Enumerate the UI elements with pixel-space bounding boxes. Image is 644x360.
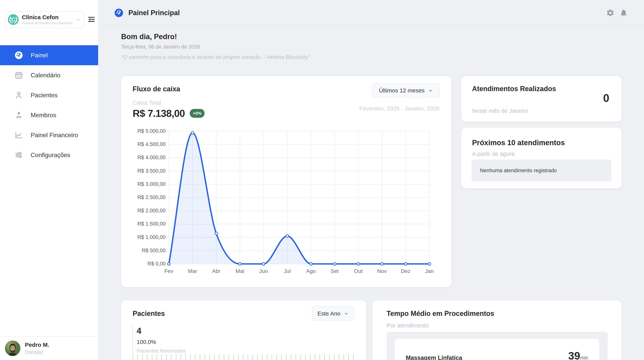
x-tick-label: Mar	[179, 268, 206, 274]
x-tick-label: Set	[321, 268, 348, 274]
appointments-card: Atendimentos Realizados 0 Neste mês de J…	[461, 76, 622, 122]
doctor-icon	[14, 111, 24, 120]
y-tick-label: R$ 1.000,00	[131, 234, 166, 240]
sidebar-nav: Painel Calendário	[0, 45, 98, 165]
patients-caption: Pacientes Retornados	[137, 348, 186, 354]
sidebar-item-label: Painel Financeiro	[31, 132, 78, 139]
x-tick-label: Abr	[203, 268, 230, 274]
sidebar-item-label: Pacientes	[31, 92, 58, 99]
avg-time-list: Massagem Linfatica 39min	[386, 332, 608, 360]
x-tick-label: Mai	[226, 268, 254, 274]
page-title: Painel Principal	[128, 9, 180, 17]
avg-time-subtitle: Por atendimento	[386, 322, 429, 329]
chevron-down-icon	[344, 311, 349, 316]
page-gauge-icon	[114, 8, 124, 18]
avatar	[4, 340, 21, 356]
greeting-quote: "O caminho para a sabedoria é através do…	[121, 54, 310, 60]
procedure-name: Massagem Linfatica	[406, 354, 462, 360]
y-tick-label: R$ 500,00	[131, 248, 166, 254]
avg-time-title: Tempo Médio em Procedimentos	[386, 309, 494, 318]
clinic-name: Clínica Cefon	[22, 14, 73, 21]
topbar: Painel Principal	[98, 0, 644, 26]
sidebar-item-label: Membros	[31, 112, 56, 119]
sidebar-item-painel[interactable]: Painel	[0, 45, 98, 65]
patients-metric: 4 100.0% Pacientes Retornados	[132, 326, 186, 354]
settings-gear-button[interactable]	[605, 8, 616, 18]
clinic-selector[interactable]: C Clínica Cefon Sistema de Gestão Pós-Op…	[5, 11, 84, 28]
y-tick-label: R$ 3.500,00	[131, 168, 166, 174]
sidebar-item-painel-financeiro[interactable]: Painel Financeiro	[0, 125, 98, 145]
brand-texts: Clínica Cefon Sistema de Gestão Pós-Oper…	[22, 14, 73, 25]
y-tick-label: R$ 1.500,00	[131, 221, 166, 227]
x-tick-label: Out	[345, 268, 372, 274]
procedure-duration-unit: min	[580, 355, 588, 360]
clinic-logo-icon: C	[8, 14, 19, 25]
patients-percent: 100.0%	[137, 339, 186, 345]
dashboard-gauge-icon	[14, 51, 24, 60]
person-icon	[14, 91, 24, 100]
cashflow-chart: R$ 0,00R$ 500,00R$ 1.000,00R$ 1.500,00R$…	[121, 76, 452, 287]
gear-icon	[606, 9, 614, 17]
greeting-date: Terça-feira, 06 de Janeiro de 2026	[121, 44, 310, 50]
user-role: Dono(a)	[25, 349, 49, 355]
sidebar-item-label: Calendário	[31, 72, 60, 79]
y-tick-label: R$ 2.500,00	[131, 194, 166, 200]
line-chart-icon	[14, 130, 24, 140]
sidebar-item-label: Configurações	[31, 152, 70, 159]
app: C Clínica Cefon Sistema de Gestão Pós-Op…	[0, 0, 644, 360]
y-tick-label: R$ 3.000,00	[131, 181, 166, 187]
patients-period-select[interactable]: Este Ano	[312, 306, 354, 321]
sparkline-ticks	[133, 354, 354, 360]
svg-text:C: C	[11, 17, 15, 23]
x-tick-label: Jan	[416, 268, 443, 274]
patients-card: Pacientes Este Ano 4 100.0% Pacientes Re…	[121, 300, 366, 360]
y-tick-label: R$ 5.000,00	[131, 128, 166, 134]
cashflow-card: Fluxo de caixa Últimos 12 meses Caixa To…	[121, 76, 452, 287]
sidebar-item-label: Painel	[31, 52, 48, 59]
patients-title: Pacientes	[133, 309, 165, 318]
user-profile[interactable]: Pedro M. Dono(a)	[0, 336, 98, 360]
collapse-sidebar-button[interactable]	[87, 15, 96, 24]
y-tick-label: R$ 4.500,00	[131, 141, 166, 147]
appointments-count: 0	[603, 92, 609, 104]
procedure-row: Massagem Linfatica 39min	[395, 339, 599, 360]
appointments-title: Atendimentos Realizados	[472, 84, 556, 93]
cashflow-chart-plot	[169, 131, 429, 264]
greeting-block: Bom dia, Pedro! Terça-feira, 06 de Janei…	[121, 33, 310, 60]
y-tick-label: R$ 0,00	[131, 261, 166, 267]
avg-time-card: Tempo Médio em Procedimentos Por atendim…	[372, 300, 622, 360]
main-content: Painel Principal Bom dia, Pedro! Terça-f…	[98, 0, 644, 360]
x-tick-label: Nov	[368, 268, 396, 274]
procedure-duration: 39min	[568, 349, 588, 360]
bell-icon	[620, 9, 628, 17]
x-tick-label: Ago	[298, 268, 324, 274]
clinic-subtitle: Sistema de Gestão Pós-Operatório	[22, 21, 73, 25]
x-tick-label: Jun	[250, 268, 277, 274]
user-name: Pedro M.	[25, 341, 49, 348]
user-texts: Pedro M. Dono(a)	[25, 341, 49, 355]
appointments-subtitle: Neste mês de Janeiro	[472, 108, 528, 114]
brand-row: C Clínica Cefon Sistema de Gestão Pós-Op…	[0, 0, 98, 28]
chevron-down-icon	[76, 17, 80, 22]
sidebar: C Clínica Cefon Sistema de Gestão Pós-Op…	[0, 0, 98, 360]
y-tick-label: R$ 4.000,00	[131, 155, 166, 161]
greeting-title: Bom dia, Pedro!	[121, 33, 310, 41]
x-tick-label: Fev	[156, 268, 182, 274]
sliders-icon	[14, 150, 24, 160]
sidebar-item-pacientes[interactable]: Pacientes	[0, 85, 98, 105]
x-tick-label: Jul	[274, 268, 301, 274]
upcoming-card: Próximos 10 atendimentos A partir de ago…	[461, 128, 622, 188]
patients-period-value: Este Ano	[318, 310, 340, 317]
notifications-bell-button[interactable]	[618, 8, 629, 18]
patients-count: 4	[137, 326, 186, 336]
y-tick-label: R$ 2.000,00	[131, 208, 166, 214]
upcoming-title: Próximos 10 atendimentos	[472, 139, 565, 147]
sidebar-item-membros[interactable]: Membros	[0, 105, 98, 125]
procedure-duration-value: 39	[568, 350, 580, 360]
calendar-icon	[14, 71, 24, 80]
sidebar-item-configuracoes[interactable]: Configurações	[0, 145, 98, 165]
x-tick-label: Dez	[392, 268, 419, 274]
upcoming-subtitle: A partir de agora	[472, 151, 514, 157]
sidebar-item-calendario[interactable]: Calendário	[0, 65, 98, 85]
upcoming-empty-state: Nenhuma atendimento registrado	[472, 160, 612, 181]
